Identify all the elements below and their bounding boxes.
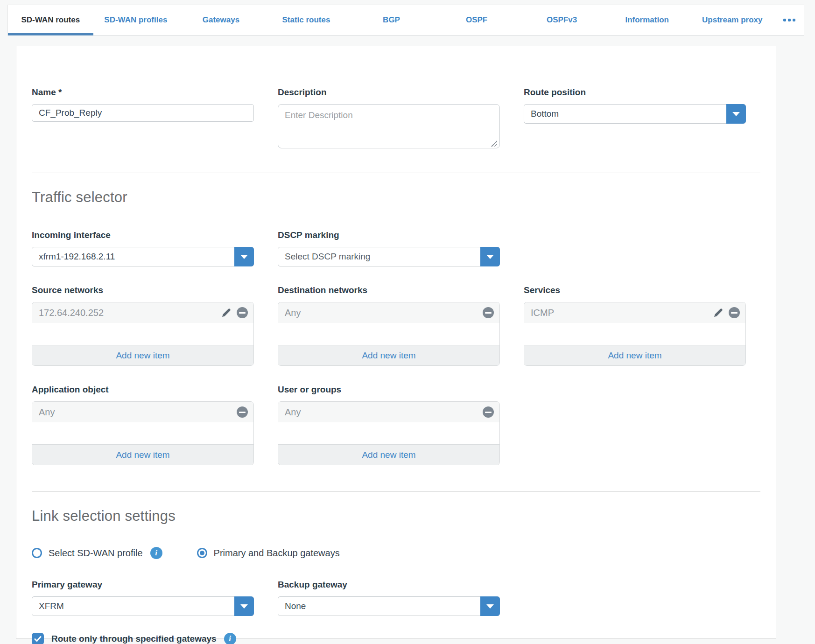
primary-gateway-select[interactable]: XFRM [32,596,254,616]
description-textarea[interactable] [278,104,500,148]
tab-sdwan-routes[interactable]: SD-WAN routes [8,5,93,35]
add-new-item-button[interactable]: Add new item [524,345,745,365]
source-networks-label: Source networks [32,285,254,295]
name-input[interactable] [32,104,254,122]
pencil-icon[interactable] [713,307,724,318]
services-box: ICMP Add new item [524,302,746,366]
traffic-selector-title: Traffic selector [32,189,760,206]
tab-bar: SD-WAN routes SD-WAN profiles Gateways S… [7,5,804,35]
minus-circle-icon[interactable] [237,307,248,318]
name-label: Name * [32,87,254,98]
backup-gateway-label: Backup gateway [278,580,500,590]
route-position-label: Route position [524,87,746,98]
list-empty-space [278,323,499,345]
pencil-icon[interactable] [221,307,232,318]
list-empty-space [32,323,253,345]
user-or-groups-label: User or groups [278,385,500,395]
tab-gateways[interactable]: Gateways [178,5,264,35]
chevron-down-icon[interactable] [480,596,500,616]
chevron-down-icon[interactable] [480,247,500,266]
incoming-interface-select[interactable]: xfrm1-192.168.2.11 [32,247,254,266]
minus-circle-icon[interactable] [483,406,494,418]
incoming-interface-value: xfrm1-192.168.2.11 [32,252,253,262]
tab-sdwan-profiles[interactable]: SD-WAN profiles [93,5,179,35]
link-selection-title: Link selection settings [32,508,760,525]
list-item-value: ICMP [531,308,713,318]
minus-circle-icon[interactable] [729,307,740,318]
route-only-checkbox[interactable] [32,633,44,644]
section-divider [32,173,760,173]
tab-bgp[interactable]: BGP [349,5,434,35]
list-empty-space [524,323,745,345]
backup-gateway-select[interactable]: None [278,596,500,616]
user-or-groups-group: User or groups Any Add new item [278,385,500,465]
list-empty-space [32,422,253,444]
ellipsis-icon[interactable] [775,5,804,35]
destination-networks-group: Destination networks Any Add new item [278,285,500,366]
info-icon[interactable]: i [224,633,236,644]
user-or-groups-box: Any Add new item [278,401,500,465]
minus-circle-icon[interactable] [483,307,494,318]
radio-primary-backup-gateways[interactable] [197,548,207,558]
list-item: ICMP [524,302,745,323]
caret-glyph [486,604,494,609]
tab-ospf[interactable]: OSPF [434,5,520,35]
radio-group-sdwan-profile: Select SD-WAN profile i [32,547,162,559]
list-item: Any [32,402,253,422]
ellipsis-dot [788,19,791,21]
minus-circle-icon[interactable] [237,406,248,418]
checkmark-icon [34,635,42,643]
add-new-item-button[interactable]: Add new item [278,345,499,365]
add-new-item-button[interactable]: Add new item [32,444,253,465]
route-position-group: Route position Bottom [524,87,746,124]
radio-group-primary-backup: Primary and Backup gateways [197,548,340,559]
chevron-down-icon[interactable] [234,596,254,616]
tab-static-routes[interactable]: Static routes [264,5,349,35]
add-new-item-button[interactable]: Add new item [278,444,499,465]
source-networks-box: 172.64.240.252 Add new item [32,302,254,366]
backup-gateway-group: Backup gateway None [278,580,500,616]
caret-glyph [240,604,248,609]
dscp-marking-group: DSCP marking Select DSCP marking [278,230,500,266]
sdwan-route-form: Name * Description Route position Bottom… [16,46,776,639]
route-position-value: Bottom [524,109,745,119]
dscp-marking-select[interactable]: Select DSCP marking [278,247,500,266]
description-label: Description [278,87,500,98]
primary-gateway-value: XFRM [32,601,253,611]
backup-gateway-value: None [278,601,499,611]
chevron-down-icon[interactable] [726,104,746,124]
list-item-value: Any [285,407,483,418]
destination-networks-label: Destination networks [278,285,500,295]
list-item-value: 172.64.240.252 [39,308,221,318]
application-object-label: Application object [32,385,254,395]
application-object-box: Any Add new item [32,401,254,465]
route-only-label: Route only through specified gateways [51,634,217,644]
list-item-value: Any [39,407,237,418]
radio-select-sdwan-profile[interactable] [32,548,42,558]
list-item: 172.64.240.252 [32,302,253,323]
info-icon[interactable]: i [150,547,162,559]
ellipsis-dot [793,19,795,21]
add-new-item-button[interactable]: Add new item [32,345,253,365]
tab-upstream-proxy[interactable]: Upstream proxy [690,5,775,35]
services-label: Services [524,285,746,295]
caret-glyph [732,112,740,116]
destination-networks-box: Any Add new item [278,302,500,366]
list-item: Any [278,402,499,422]
primary-gateway-group: Primary gateway XFRM [32,580,254,616]
route-position-select[interactable]: Bottom [524,104,746,124]
tab-information[interactable]: Information [604,5,690,35]
incoming-interface-label: Incoming interface [32,230,254,240]
dscp-marking-label: DSCP marking [278,230,500,240]
name-field-group: Name * [32,87,254,122]
services-group: Services ICMP Add new item [524,285,746,366]
ellipsis-dot [783,19,786,21]
caret-glyph [486,255,494,259]
list-item: Any [278,302,499,323]
radio-label-primary-backup: Primary and Backup gateways [214,548,340,559]
tab-ospfv3[interactable]: OSPFv3 [519,5,604,35]
incoming-interface-group: Incoming interface xfrm1-192.168.2.11 [32,230,254,266]
source-networks-group: Source networks 172.64.240.252 Add new i… [32,285,254,366]
chevron-down-icon[interactable] [234,247,254,266]
application-object-group: Application object Any Add new item [32,385,254,465]
